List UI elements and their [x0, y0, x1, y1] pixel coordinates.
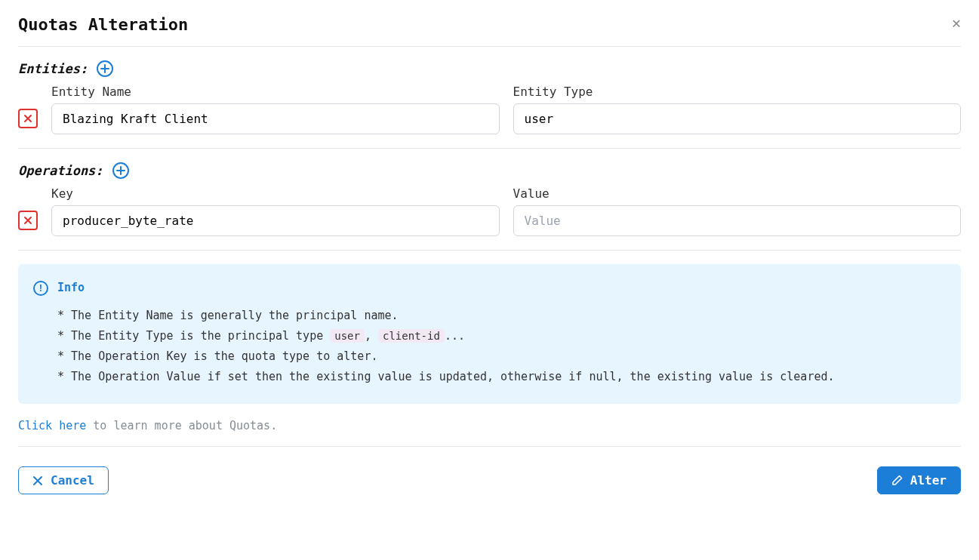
entity-name-label: Entity Name [51, 85, 500, 99]
learn-more-text: Click here to learn more about Quotas. [18, 419, 961, 432]
info-alert: ! Info * The Entity Name is generally th… [18, 264, 961, 404]
code-pill-user: user [330, 329, 365, 343]
cancel-button[interactable]: Cancel [18, 466, 109, 494]
operation-value-label: Value [513, 186, 962, 201]
remove-operation-button[interactable] [18, 211, 38, 230]
divider [18, 46, 961, 47]
close-icon[interactable]: ✕ [952, 15, 961, 30]
add-entity-button[interactable] [97, 60, 113, 77]
info-line: * The Entity Name is generally the princ… [57, 306, 946, 326]
info-line: * The Entity Type is the principal type … [57, 326, 946, 346]
operation-row: Key Value [18, 186, 961, 236]
add-operation-button[interactable] [112, 162, 129, 179]
divider [18, 250, 961, 251]
entity-type-input[interactable] [513, 103, 962, 134]
code-pill-client-id: client-id [378, 329, 445, 343]
operation-key-label: Key [51, 186, 500, 201]
entity-row: Entity Name Entity Type [18, 85, 961, 134]
entities-label: Entities: [18, 61, 88, 76]
x-icon [32, 475, 43, 486]
divider [18, 148, 961, 149]
operation-value-input[interactable] [513, 205, 962, 236]
operations-label: Operations: [18, 163, 103, 178]
learn-more-link[interactable]: Click here [18, 419, 86, 432]
entity-name-input[interactable] [51, 103, 500, 134]
alter-button[interactable]: Alter [877, 466, 961, 494]
info-icon: ! [33, 281, 48, 296]
pencil-icon [891, 475, 903, 486]
operation-key-input[interactable] [51, 205, 500, 236]
info-line: * The Operation Key is the quota type to… [57, 346, 946, 367]
page-title: Quotas Alteration [18, 15, 188, 34]
remove-entity-button[interactable] [18, 109, 38, 128]
divider [18, 446, 961, 447]
info-title: Info [57, 278, 85, 298]
info-line: * The Operation Value if set then the ex… [57, 367, 946, 387]
entity-type-label: Entity Type [513, 85, 962, 99]
